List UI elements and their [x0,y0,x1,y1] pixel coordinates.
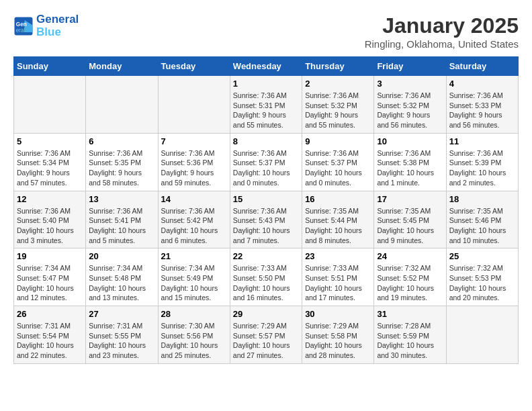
weekday-friday: Friday [374,57,446,76]
day-number: 11 [449,136,515,146]
day-detail: Sunrise: 7:31 AM Sunset: 5:55 PM Dayligh… [89,321,154,361]
calendar-cell [158,76,230,134]
week-row-3: 12Sunrise: 7:36 AM Sunset: 5:40 PM Dayli… [14,191,519,248]
day-detail: Sunrise: 7:32 AM Sunset: 5:52 PM Dayligh… [377,263,443,303]
calendar-cell: 1Sunrise: 7:36 AM Sunset: 5:31 PM Daylig… [230,76,302,134]
day-detail: Sunrise: 7:34 AM Sunset: 5:48 PM Dayligh… [89,263,154,303]
day-detail: Sunrise: 7:32 AM Sunset: 5:53 PM Dayligh… [449,263,515,303]
calendar-cell: 30Sunrise: 7:29 AM Sunset: 5:58 PM Dayli… [302,306,374,364]
day-number: 14 [161,194,227,204]
day-number: 25 [449,251,515,261]
weekday-monday: Monday [86,57,158,76]
day-number: 24 [377,251,443,261]
day-detail: Sunrise: 7:33 AM Sunset: 5:51 PM Dayligh… [305,263,371,303]
calendar-cell: 20Sunrise: 7:34 AM Sunset: 5:48 PM Dayli… [86,248,158,306]
weekday-sunday: Sunday [14,57,86,76]
day-detail: Sunrise: 7:36 AM Sunset: 5:35 PM Dayligh… [89,148,154,188]
day-detail: Sunrise: 7:36 AM Sunset: 5:37 PM Dayligh… [305,148,371,188]
day-number: 2 [305,79,371,89]
calendar-cell: 9Sunrise: 7:36 AM Sunset: 5:37 PM Daylig… [302,133,374,191]
day-number: 21 [161,251,227,261]
day-number: 15 [233,194,299,204]
calendar-cell: 25Sunrise: 7:32 AM Sunset: 5:53 PM Dayli… [446,248,518,306]
calendar-cell: 15Sunrise: 7:36 AM Sunset: 5:43 PM Dayli… [230,191,302,248]
day-detail: Sunrise: 7:36 AM Sunset: 5:33 PM Dayligh… [449,91,515,130]
day-number: 17 [377,194,443,204]
calendar-cell: 3Sunrise: 7:36 AM Sunset: 5:32 PM Daylig… [374,76,446,134]
calendar-cell: 7Sunrise: 7:36 AM Sunset: 5:36 PM Daylig… [158,133,230,191]
week-row-4: 19Sunrise: 7:34 AM Sunset: 5:47 PM Dayli… [14,248,519,306]
title-block: January 2025 Ringling, Oklahoma, United … [365,13,519,50]
calendar-cell: 6Sunrise: 7:36 AM Sunset: 5:35 PM Daylig… [86,133,158,191]
day-number: 7 [161,136,227,146]
calendar-cell: 28Sunrise: 7:30 AM Sunset: 5:56 PM Dayli… [158,306,230,364]
svg-text:eral: eral [16,28,26,34]
calendar-cell: 17Sunrise: 7:35 AM Sunset: 5:45 PM Dayli… [374,191,446,248]
day-number: 23 [305,251,371,261]
calendar-cell: 14Sunrise: 7:36 AM Sunset: 5:42 PM Dayli… [158,191,230,248]
day-number: 1 [233,79,299,89]
calendar-cell: 8Sunrise: 7:36 AM Sunset: 5:37 PM Daylig… [230,133,302,191]
week-row-2: 5Sunrise: 7:36 AM Sunset: 5:34 PM Daylig… [14,133,519,191]
day-number: 31 [377,309,443,319]
calendar-cell: 11Sunrise: 7:36 AM Sunset: 5:39 PM Dayli… [446,133,518,191]
calendar-cell: 21Sunrise: 7:34 AM Sunset: 5:49 PM Dayli… [158,248,230,306]
day-number: 10 [377,136,443,146]
calendar-cell: 18Sunrise: 7:35 AM Sunset: 5:46 PM Dayli… [446,191,518,248]
day-detail: Sunrise: 7:30 AM Sunset: 5:56 PM Dayligh… [161,321,227,361]
day-detail: Sunrise: 7:28 AM Sunset: 5:59 PM Dayligh… [377,321,443,361]
logo: Gen eral GeneralBlue [13,13,79,38]
day-number: 13 [89,194,154,204]
day-detail: Sunrise: 7:31 AM Sunset: 5:54 PM Dayligh… [17,321,83,361]
calendar-cell [14,76,86,134]
day-detail: Sunrise: 7:36 AM Sunset: 5:38 PM Dayligh… [377,148,443,188]
calendar-cell: 22Sunrise: 7:33 AM Sunset: 5:50 PM Dayli… [230,248,302,306]
day-number: 30 [305,309,371,319]
day-number: 28 [161,309,227,319]
day-detail: Sunrise: 7:36 AM Sunset: 5:32 PM Dayligh… [305,91,371,130]
calendar-cell [86,76,158,134]
day-number: 20 [89,251,154,261]
calendar-cell [446,306,518,364]
day-detail: Sunrise: 7:35 AM Sunset: 5:46 PM Dayligh… [449,206,515,246]
day-detail: Sunrise: 7:35 AM Sunset: 5:44 PM Dayligh… [305,206,371,246]
day-number: 26 [17,309,83,319]
logo-text: GeneralBlue [36,13,79,38]
weekday-tuesday: Tuesday [158,57,230,76]
calendar-cell: 5Sunrise: 7:36 AM Sunset: 5:34 PM Daylig… [14,133,86,191]
week-row-1: 1Sunrise: 7:36 AM Sunset: 5:31 PM Daylig… [14,76,519,134]
day-detail: Sunrise: 7:34 AM Sunset: 5:49 PM Dayligh… [161,263,227,303]
day-detail: Sunrise: 7:29 AM Sunset: 5:57 PM Dayligh… [233,321,299,361]
calendar-table: SundayMondayTuesdayWednesdayThursdayFrid… [13,56,519,364]
calendar-cell: 2Sunrise: 7:36 AM Sunset: 5:32 PM Daylig… [302,76,374,134]
page-header: Gen eral GeneralBlue January 2025 Ringli… [13,13,519,50]
calendar-cell: 26Sunrise: 7:31 AM Sunset: 5:54 PM Dayli… [14,306,86,364]
day-number: 9 [305,136,371,146]
day-detail: Sunrise: 7:36 AM Sunset: 5:41 PM Dayligh… [89,206,154,246]
day-detail: Sunrise: 7:36 AM Sunset: 5:34 PM Dayligh… [17,148,83,188]
calendar-cell: 23Sunrise: 7:33 AM Sunset: 5:51 PM Dayli… [302,248,374,306]
calendar-cell: 12Sunrise: 7:36 AM Sunset: 5:40 PM Dayli… [14,191,86,248]
calendar-cell: 24Sunrise: 7:32 AM Sunset: 5:52 PM Dayli… [374,248,446,306]
logo-icon: Gen eral [13,16,34,36]
calendar-cell: 4Sunrise: 7:36 AM Sunset: 5:33 PM Daylig… [446,76,518,134]
calendar-cell: 16Sunrise: 7:35 AM Sunset: 5:44 PM Dayli… [302,191,374,248]
day-number: 16 [305,194,371,204]
day-number: 27 [89,309,154,319]
svg-text:Gen: Gen [16,21,27,28]
day-detail: Sunrise: 7:34 AM Sunset: 5:47 PM Dayligh… [17,263,83,303]
day-detail: Sunrise: 7:36 AM Sunset: 5:39 PM Dayligh… [449,148,515,188]
weekday-thursday: Thursday [302,57,374,76]
day-number: 22 [233,251,299,261]
day-detail: Sunrise: 7:36 AM Sunset: 5:40 PM Dayligh… [17,206,83,246]
day-detail: Sunrise: 7:36 AM Sunset: 5:37 PM Dayligh… [233,148,299,188]
weekday-header-row: SundayMondayTuesdayWednesdayThursdayFrid… [14,57,519,76]
day-number: 19 [17,251,83,261]
month-title: January 2025 [365,13,519,38]
location-label: Ringling, Oklahoma, United States [365,38,519,50]
day-number: 3 [377,79,443,89]
weekday-wednesday: Wednesday [230,57,302,76]
day-number: 5 [17,136,83,146]
day-number: 12 [17,194,83,204]
week-row-5: 26Sunrise: 7:31 AM Sunset: 5:54 PM Dayli… [14,306,519,364]
